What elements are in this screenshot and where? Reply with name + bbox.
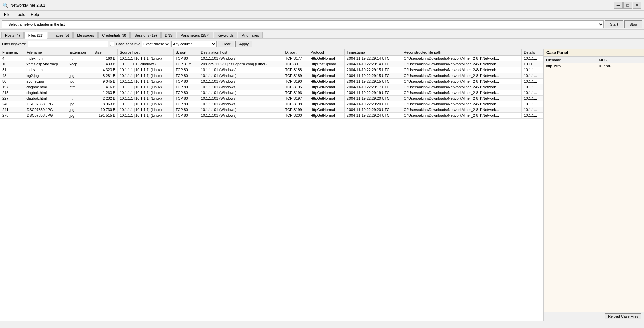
- tab-hosts[interactable]: Hosts (4): [1, 32, 24, 38]
- cell-s-port: TCP 80: [173, 113, 199, 119]
- case-col-md5[interactable]: MD5: [597, 57, 644, 63]
- table-row[interactable]: 157dagbok.htmlhtml416 B10.1.1.1 [10.1.1.…: [0, 84, 543, 90]
- cell-source-host: 10.1.1.101 (Windows): [118, 61, 173, 67]
- cell-protocol: HttpGetNormal: [308, 107, 344, 113]
- cell-s-port: TCP 80: [173, 101, 199, 107]
- tab-messages[interactable]: Messages: [73, 32, 98, 38]
- col-size[interactable]: Size: [92, 49, 118, 56]
- tab-credentials[interactable]: Credentials (8): [98, 32, 130, 38]
- cell-extension: jpg: [67, 73, 92, 79]
- tab-sessions[interactable]: Sessions (19): [130, 32, 160, 38]
- cell-size: 191 515 B: [92, 113, 118, 119]
- filter-input[interactable]: [28, 41, 108, 47]
- col-d-port[interactable]: D. port: [283, 49, 308, 56]
- table-row[interactable]: 215dagbok.htmlhtml1 263 B10.1.1.1 [10.1.…: [0, 90, 543, 96]
- case-col-filename[interactable]: Filename: [544, 57, 597, 63]
- menu-tools[interactable]: Tools: [13, 12, 28, 18]
- column-select[interactable]: Any column Filename Extension Size Sourc…: [171, 41, 217, 47]
- table-row[interactable]: 48bg2.jpgjpg8 281 B10.1.1.1 [10.1.1.1] (…: [0, 73, 543, 79]
- cell-size: 10 730 B: [92, 107, 118, 113]
- cell-source-host: 10.1.1.1 [10.1.1.1] (Linux): [118, 56, 173, 61]
- col-s-port[interactable]: S. port: [173, 49, 199, 56]
- cell-dst-host: 10.1.1.101 (Windows): [199, 79, 283, 84]
- cell-protocol: HttpGetNormal: [308, 90, 344, 96]
- cell-s-port: TCP 80: [173, 84, 199, 90]
- tab-parameters[interactable]: Parameters (257): [177, 32, 213, 38]
- col-timestamp[interactable]: Timestamp: [344, 49, 401, 56]
- table-row[interactable]: 31index.htmlhtml4 323 B10.1.1.1 [10.1.1.…: [0, 67, 543, 73]
- case-panel-table-container[interactable]: Filename MD5 http_witp...0177a6...: [544, 57, 644, 312]
- cell-s-port: TCP 3179: [173, 61, 199, 67]
- cell-frame-nr: 278: [0, 113, 24, 119]
- files-table: Frame nr. Filename Extension Size Source…: [0, 49, 543, 119]
- cell-frame-nr: 31: [0, 67, 24, 73]
- cell-filename: DSC07858.JPG: [24, 113, 67, 119]
- col-details[interactable]: Details: [522, 49, 543, 56]
- col-protocol[interactable]: Protocol: [308, 49, 344, 56]
- tab-files[interactable]: Files (11): [24, 32, 47, 39]
- cell-timestamp: 2004-11-19 22:29:20 UTC: [344, 101, 401, 107]
- close-button[interactable]: ✕: [633, 2, 641, 9]
- files-table-container[interactable]: Frame nr. Filename Extension Size Source…: [0, 49, 543, 321]
- cell-filename: xcms.asp.vnd.xacp: [24, 61, 67, 67]
- table-row[interactable]: 4index.htmlhtml160 B10.1.1.1 [10.1.1.1] …: [0, 56, 543, 61]
- stop-button[interactable]: Stop: [624, 20, 642, 28]
- menu-file[interactable]: File: [1, 12, 13, 18]
- cell-source-host: 10.1.1.1 [10.1.1.1] (Linux): [118, 113, 173, 119]
- cell-details: 10.1.1...: [522, 73, 543, 79]
- app-icon: 🔍: [3, 3, 8, 8]
- cell-timestamp: 2004-11-19 22:29:19 UTC: [344, 90, 401, 96]
- maximize-button[interactable]: □: [623, 2, 632, 9]
- col-path[interactable]: Reconstructed file path: [401, 49, 522, 56]
- adapter-select[interactable]: — Select a network adapter in the list —: [2, 20, 604, 28]
- cell-dst-host: 10.1.1.101 (Windows): [199, 84, 283, 90]
- cell-d-port: TCP 3190: [283, 79, 308, 84]
- cell-protocol: HttpGetNormal: [308, 56, 344, 61]
- tab-keywords[interactable]: Keywords: [214, 32, 237, 38]
- start-button[interactable]: Start: [605, 20, 623, 28]
- table-row[interactable]: 227dagbok.htmlhtml2 232 B10.1.1.1 [10.1.…: [0, 96, 543, 101]
- case-sensitive-checkbox[interactable]: [110, 42, 114, 46]
- table-row[interactable]: 16xcms.asp.vnd.xacpxacp433 B10.1.1.101 (…: [0, 61, 543, 67]
- col-dst-host[interactable]: Destination host: [199, 49, 283, 56]
- tab-images[interactable]: Images (5): [48, 32, 73, 38]
- col-extension[interactable]: Extension: [67, 49, 92, 56]
- col-src-host[interactable]: Source host: [118, 49, 173, 56]
- cell-path: C:\Users\akinn\Downloads\NetworkMiner_2-…: [401, 96, 522, 101]
- cell-path: C:\Users\akinn\Downloads\NetworkMiner_2-…: [401, 101, 522, 107]
- cell-extension: jpg: [67, 113, 92, 119]
- cell-extension: jpg: [67, 79, 92, 84]
- cell-filename: dagbok.html: [24, 96, 67, 101]
- cell-extension: html: [67, 90, 92, 96]
- apply-button[interactable]: Apply: [235, 41, 252, 47]
- tab-anomalies[interactable]: Anomalies: [238, 32, 263, 38]
- case-panel-row[interactable]: http_witp...0177a6...: [544, 63, 644, 69]
- cell-frame-nr: 157: [0, 84, 24, 90]
- col-frame[interactable]: Frame nr.: [0, 49, 24, 56]
- cell-d-port: TCP 3199: [283, 107, 308, 113]
- reload-case-files-button[interactable]: Reload Case Files: [605, 313, 641, 319]
- table-row[interactable]: 50sydney.jpgjpg9 045 B10.1.1.1 [10.1.1.1…: [0, 79, 543, 84]
- cell-timestamp: 2004-11-19 22:29:24 UTC: [344, 113, 401, 119]
- table-row[interactable]: 278DSC07858.JPGjpg191 515 B10.1.1.1 [10.…: [0, 113, 543, 119]
- cell-path: C:\Users\akinn\Downloads\NetworkMiner_2-…: [401, 56, 522, 61]
- cell-path: C:\Users\akinn\Downloads\NetworkMiner_2-…: [401, 61, 522, 67]
- match-type-select[interactable]: ExactPhrase Regex Fuzzy: [142, 41, 170, 47]
- minimize-button[interactable]: ─: [614, 2, 623, 9]
- cell-extension: html: [67, 56, 92, 61]
- main-content: Frame nr. Filename Extension Size Source…: [0, 49, 644, 321]
- cell-size: 2 232 B: [92, 96, 118, 101]
- cell-dst-host: 10.1.1.101 (Windows): [199, 107, 283, 113]
- clear-button[interactable]: Clear: [218, 41, 234, 47]
- case-panel-body: http_witp...0177a6...: [544, 63, 644, 69]
- menu-bar: File Tools Help: [0, 11, 644, 19]
- table-row[interactable]: 241DSC07859.JPGjpg10 730 B10.1.1.1 [10.1…: [0, 107, 543, 113]
- cell-source-host: 10.1.1.1 [10.1.1.1] (Linux): [118, 67, 173, 73]
- col-filename[interactable]: Filename: [24, 49, 67, 56]
- menu-help[interactable]: Help: [28, 12, 42, 18]
- cell-d-port: TCP 3200: [283, 113, 308, 119]
- tab-dns[interactable]: DNS: [161, 32, 176, 38]
- case-cell-md5: 0177a6...: [597, 63, 644, 69]
- cell-extension: html: [67, 84, 92, 90]
- table-row[interactable]: 240DSC07858.JPGjpg8 963 B10.1.1.1 [10.1.…: [0, 101, 543, 107]
